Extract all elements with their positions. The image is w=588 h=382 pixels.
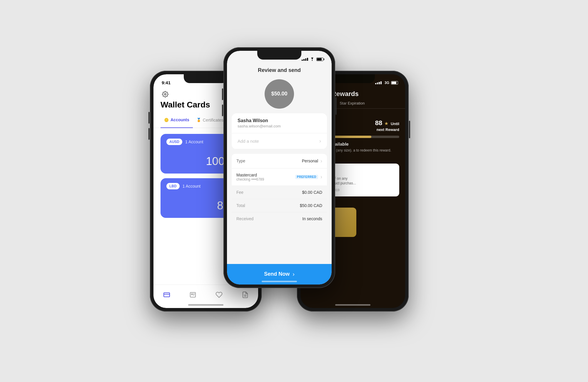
ausd-badge: AUSD <box>166 139 182 145</box>
svg-rect-6 <box>190 292 196 297</box>
type-chevron: › <box>320 158 322 164</box>
svg-point-12 <box>312 60 313 61</box>
payment-bank: Mastercard <box>236 173 264 177</box>
amount-text: $50.00 <box>271 91 287 97</box>
note-placeholder: Add a note <box>238 139 259 144</box>
received-row: Received In seconds <box>232 212 327 225</box>
status-icons-3: 3G <box>375 81 398 85</box>
signal-bars-2 <box>302 58 308 61</box>
nav-id[interactable] <box>189 291 197 299</box>
phone2-screen: Review and send $50.00 Sasha Wilson sash… <box>227 51 332 285</box>
payment-info: Mastercard checking ••••6789 <box>236 173 264 181</box>
lbd-count: 1 Account <box>183 184 201 189</box>
preferred-badge: PREFERRED <box>295 175 318 179</box>
received-value: In seconds <box>302 216 322 221</box>
payment-chevron: › <box>320 174 322 180</box>
home-indicator-1 <box>188 304 223 306</box>
amount-bubble: $50.00 <box>265 79 294 109</box>
until-number: 88 <box>375 119 382 127</box>
until-star: ★ <box>384 121 388 126</box>
received-label: Received <box>236 216 253 221</box>
home-indicator-2 <box>262 281 297 282</box>
gear-icon <box>162 91 168 97</box>
details-section: Type Personal › Mastercard checking ••••… <box>232 154 327 225</box>
notch <box>184 74 228 83</box>
phones-container: 9:41 <box>132 30 456 353</box>
home-indicator-3 <box>335 304 370 306</box>
phone-review: Review and send $50.00 Sasha Wilson sash… <box>223 47 335 288</box>
lbd-badge: LBD <box>166 183 180 189</box>
type-value-row: Personal › <box>302 158 322 164</box>
battery-icon-2 <box>316 58 323 61</box>
phone2-inner: Review and send $50.00 Sasha Wilson sash… <box>227 51 332 285</box>
phone2-vol-down[interactable] <box>222 105 223 116</box>
note-row[interactable]: Add a note › <box>232 133 327 149</box>
recipient-email: sasha.wilson@email.com <box>238 124 321 128</box>
until-reward: 88 ★ Untilnext Reward <box>375 119 399 132</box>
send-button-label: Send Now <box>264 271 290 277</box>
status-icons-2 <box>302 58 323 61</box>
heart-nav-icon <box>215 291 223 299</box>
p3-bar3 <box>379 82 380 84</box>
nav-wallet[interactable] <box>163 291 171 299</box>
svg-rect-4 <box>164 293 170 297</box>
fee-label: Fee <box>236 190 243 195</box>
phone3-power[interactable] <box>409 121 410 138</box>
type-value: Personal <box>302 159 318 163</box>
ausd-count: 1 Account <box>185 139 203 144</box>
svg-point-1 <box>164 93 166 95</box>
phone2-power[interactable] <box>335 97 337 115</box>
star-expiration-tab[interactable]: Star Expiration <box>340 101 365 105</box>
p2-bar4 <box>307 58 308 61</box>
p2-bar3 <box>305 58 306 61</box>
fee-row: Fee $0.00 CAD <box>232 186 327 199</box>
star-expiration-label: Star Expiration <box>340 101 365 105</box>
svg-point-7 <box>191 294 193 295</box>
nav-heart[interactable] <box>215 291 223 299</box>
total-row: Total $50.00 CAD <box>232 199 327 212</box>
p3-bar4 <box>380 81 382 84</box>
p2-bar1 <box>302 60 303 61</box>
vol-down-btn[interactable] <box>148 128 150 140</box>
nav-receipt[interactable] <box>241 291 249 299</box>
type-label: Type <box>236 159 245 163</box>
review-card: Sasha Wilson sasha.wilson@email.com Add … <box>232 113 327 149</box>
ausd-balance-number: 100 <box>206 155 224 167</box>
gear-button[interactable] <box>161 90 170 99</box>
status-time: 9:41 <box>162 80 171 85</box>
3g-indicator: 3G <box>385 81 389 85</box>
recipient-row: Sasha Wilson sasha.wilson@email.com <box>232 113 327 133</box>
total-value: $50.00 CAD <box>300 203 322 208</box>
battery-icon-3 <box>391 81 398 85</box>
fee-value: $0.00 CAD <box>302 190 322 195</box>
battery-fill-2 <box>317 58 322 60</box>
wallet-nav-icon <box>163 291 171 299</box>
wifi-icon-2 <box>310 58 315 61</box>
notch-3 <box>331 74 375 83</box>
payment-right: PREFERRED › <box>295 174 322 180</box>
scene: 9:41 <box>0 0 588 382</box>
tab-accounts-label: Accounts <box>171 117 189 122</box>
tab-accounts[interactable]: 🪙 Accounts <box>161 113 193 128</box>
p3-bar1 <box>375 83 376 84</box>
p2-bar2 <box>303 59 305 61</box>
accounts-icon: 🪙 <box>164 118 169 122</box>
review-title: Review and send <box>234 67 325 73</box>
receipt-nav-icon <box>241 291 249 299</box>
vol-up-btn[interactable] <box>148 112 150 124</box>
notch-2 <box>257 51 301 60</box>
payment-row[interactable]: Mastercard checking ••••6789 PREFERRED › <box>232 169 327 186</box>
tab-certificates-label: Certificates <box>203 118 223 122</box>
id-nav-icon <box>189 291 197 299</box>
battery-fill-3 <box>392 82 396 84</box>
note-chevron: › <box>319 138 321 144</box>
payment-account: checking ••••6789 <box>236 177 264 181</box>
recipient-name: Sasha Wilson <box>238 118 321 123</box>
signal-bars-3 <box>375 81 382 84</box>
phone2-vol-up[interactable] <box>222 88 223 100</box>
p3-bar2 <box>377 83 378 84</box>
total-label: Total <box>236 203 245 208</box>
send-chevron: › <box>293 271 295 277</box>
certificates-icon: 🏅 <box>196 118 201 122</box>
type-row[interactable]: Type Personal › <box>232 154 327 169</box>
